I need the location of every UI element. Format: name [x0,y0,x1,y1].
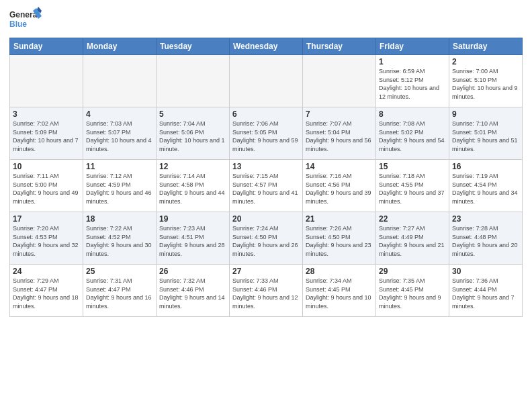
calendar-cell: 7Sunrise: 7:07 AM Sunset: 5:04 PM Daylig… [303,107,376,160]
calendar-cell: 5Sunrise: 7:04 AM Sunset: 5:06 PM Daylig… [157,107,230,160]
calendar-cell: 18Sunrise: 7:22 AM Sunset: 4:52 PM Dayli… [83,212,157,265]
day-info: Sunrise: 7:10 AM Sunset: 5:01 PM Dayligh… [452,120,519,153]
page-container: General Blue SundayMondayTuesdayWednesda… [0,0,532,321]
calendar-cell: 20Sunrise: 7:24 AM Sunset: 4:50 PM Dayli… [230,212,303,265]
day-info: Sunrise: 7:06 AM Sunset: 5:05 PM Dayligh… [232,120,300,153]
calendar-cell: 27Sunrise: 7:33 AM Sunset: 4:46 PM Dayli… [230,265,303,317]
calendar-cell: 3Sunrise: 7:02 AM Sunset: 5:09 PM Daylig… [10,107,83,160]
calendar-cell [83,55,157,107]
day-number: 19 [159,214,226,224]
calendar-cell: 19Sunrise: 7:23 AM Sunset: 4:51 PM Dayli… [157,212,230,265]
calendar-cell [303,55,376,107]
day-info: Sunrise: 7:12 AM Sunset: 4:59 PM Dayligh… [86,172,153,205]
day-number: 2 [452,57,519,66]
svg-text:Blue: Blue [9,19,27,29]
calendar-cell: 8Sunrise: 7:08 AM Sunset: 5:02 PM Daylig… [376,107,449,160]
calendar-cell: 16Sunrise: 7:19 AM Sunset: 4:54 PM Dayli… [449,160,523,212]
day-info: Sunrise: 7:11 AM Sunset: 5:00 PM Dayligh… [13,172,80,205]
day-number: 28 [306,267,373,276]
calendar-cell: 14Sunrise: 7:16 AM Sunset: 4:56 PM Dayli… [303,160,376,212]
day-number: 4 [86,109,153,119]
day-number: 21 [306,214,373,224]
day-number: 10 [13,162,80,171]
day-info: Sunrise: 7:28 AM Sunset: 4:48 PM Dayligh… [452,224,519,258]
calendar-cell: 9Sunrise: 7:10 AM Sunset: 5:01 PM Daylig… [449,107,523,160]
day-number: 7 [306,109,373,119]
day-info: Sunrise: 7:23 AM Sunset: 4:51 PM Dayligh… [159,224,226,258]
calendar-header-row: SundayMondayTuesdayWednesdayThursdayFrid… [10,38,523,55]
day-info: Sunrise: 7:26 AM Sunset: 4:50 PM Dayligh… [306,224,373,258]
calendar-cell: 10Sunrise: 7:11 AM Sunset: 5:00 PM Dayli… [10,160,83,212]
day-info: Sunrise: 7:04 AM Sunset: 5:06 PM Dayligh… [159,120,226,153]
calendar-cell [230,55,303,107]
calendar-cell: 12Sunrise: 7:14 AM Sunset: 4:58 PM Dayli… [157,160,230,212]
calendar-cell: 1Sunrise: 6:59 AM Sunset: 5:12 PM Daylig… [376,55,449,107]
calendar-cell: 15Sunrise: 7:18 AM Sunset: 4:55 PM Dayli… [376,160,449,212]
day-info: Sunrise: 7:08 AM Sunset: 5:02 PM Dayligh… [379,120,446,153]
calendar-cell: 4Sunrise: 7:03 AM Sunset: 5:07 PM Daylig… [83,107,157,160]
calendar-header-thursday: Thursday [303,38,376,55]
day-number: 18 [86,214,153,224]
logo: General Blue [9,7,42,35]
day-number: 29 [379,267,446,276]
day-number: 9 [452,109,519,119]
day-info: Sunrise: 7:16 AM Sunset: 4:56 PM Dayligh… [306,172,373,205]
calendar-header-tuesday: Tuesday [157,38,230,55]
calendar-table: SundayMondayTuesdayWednesdayThursdayFrid… [9,38,523,317]
day-info: Sunrise: 7:31 AM Sunset: 4:47 PM Dayligh… [86,277,153,310]
day-number: 11 [86,162,153,171]
day-number: 16 [452,162,519,171]
calendar-cell: 21Sunrise: 7:26 AM Sunset: 4:50 PM Dayli… [303,212,376,265]
calendar-cell: 2Sunrise: 7:00 AM Sunset: 5:10 PM Daylig… [449,55,523,107]
calendar-week-1: 3Sunrise: 7:02 AM Sunset: 5:09 PM Daylig… [10,107,523,160]
day-number: 26 [159,267,226,276]
day-number: 25 [86,267,153,276]
day-number: 27 [232,267,300,276]
calendar-cell: 22Sunrise: 7:27 AM Sunset: 4:49 PM Dayli… [376,212,449,265]
day-number: 12 [159,162,226,171]
day-info: Sunrise: 7:07 AM Sunset: 5:04 PM Dayligh… [306,120,373,153]
day-info: Sunrise: 7:34 AM Sunset: 4:45 PM Dayligh… [306,277,373,310]
day-info: Sunrise: 7:22 AM Sunset: 4:52 PM Dayligh… [86,224,153,258]
calendar-cell: 24Sunrise: 7:29 AM Sunset: 4:47 PM Dayli… [10,265,83,317]
day-info: Sunrise: 7:03 AM Sunset: 5:07 PM Dayligh… [86,120,153,153]
calendar-week-3: 17Sunrise: 7:20 AM Sunset: 4:53 PM Dayli… [10,212,523,265]
day-info: Sunrise: 7:24 AM Sunset: 4:50 PM Dayligh… [232,224,300,258]
day-info: Sunrise: 7:32 AM Sunset: 4:46 PM Dayligh… [159,277,226,310]
day-info: Sunrise: 7:15 AM Sunset: 4:57 PM Dayligh… [232,172,300,205]
logo-svg: General Blue [9,7,42,35]
calendar-week-2: 10Sunrise: 7:11 AM Sunset: 5:00 PM Dayli… [10,160,523,212]
day-info: Sunrise: 7:35 AM Sunset: 4:45 PM Dayligh… [379,277,446,310]
calendar-header-saturday: Saturday [449,38,523,55]
calendar-cell: 29Sunrise: 7:35 AM Sunset: 4:45 PM Dayli… [376,265,449,317]
calendar-cell [10,55,83,107]
day-info: Sunrise: 7:20 AM Sunset: 4:53 PM Dayligh… [13,224,80,258]
day-number: 20 [232,214,300,224]
day-number: 30 [452,267,519,276]
day-number: 24 [13,267,80,276]
day-info: Sunrise: 7:02 AM Sunset: 5:09 PM Dayligh… [13,120,80,153]
day-info: Sunrise: 7:36 AM Sunset: 4:44 PM Dayligh… [452,277,519,310]
day-info: Sunrise: 7:18 AM Sunset: 4:55 PM Dayligh… [379,172,446,205]
calendar-header-sunday: Sunday [10,38,83,55]
day-info: Sunrise: 7:29 AM Sunset: 4:47 PM Dayligh… [13,277,80,310]
day-number: 15 [379,162,446,171]
calendar-week-0: 1Sunrise: 6:59 AM Sunset: 5:12 PM Daylig… [10,55,523,107]
calendar-cell: 28Sunrise: 7:34 AM Sunset: 4:45 PM Dayli… [303,265,376,317]
calendar-cell: 17Sunrise: 7:20 AM Sunset: 4:53 PM Dayli… [10,212,83,265]
day-info: Sunrise: 6:59 AM Sunset: 5:12 PM Dayligh… [379,67,446,101]
calendar-header-monday: Monday [83,38,157,55]
day-info: Sunrise: 7:27 AM Sunset: 4:49 PM Dayligh… [379,224,446,258]
day-number: 17 [13,214,80,224]
day-number: 5 [159,109,226,119]
calendar-cell: 6Sunrise: 7:06 AM Sunset: 5:05 PM Daylig… [230,107,303,160]
calendar-cell: 26Sunrise: 7:32 AM Sunset: 4:46 PM Dayli… [157,265,230,317]
day-number: 8 [379,109,446,119]
day-info: Sunrise: 7:33 AM Sunset: 4:46 PM Dayligh… [232,277,300,310]
calendar-cell: 11Sunrise: 7:12 AM Sunset: 4:59 PM Dayli… [83,160,157,212]
calendar-week-4: 24Sunrise: 7:29 AM Sunset: 4:47 PM Dayli… [10,265,523,317]
calendar-cell: 30Sunrise: 7:36 AM Sunset: 4:44 PM Dayli… [449,265,523,317]
calendar-header-friday: Friday [376,38,449,55]
header: General Blue [9,7,523,35]
calendar-cell: 25Sunrise: 7:31 AM Sunset: 4:47 PM Dayli… [83,265,157,317]
